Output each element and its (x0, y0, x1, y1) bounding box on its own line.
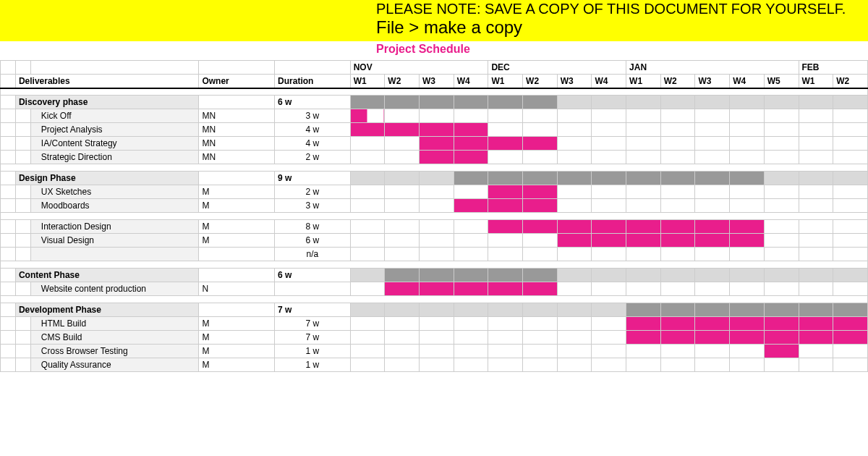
gantt-cell[interactable] (488, 185, 523, 199)
gantt-cell[interactable] (385, 123, 420, 137)
gantt-cell[interactable] (385, 248, 420, 261)
gantt-cell[interactable] (626, 151, 661, 164)
gantt-cell[interactable] (626, 345, 661, 358)
gantt-cell[interactable] (523, 358, 558, 372)
gantt-cell[interactable] (385, 96, 420, 109)
gantt-cell[interactable] (454, 317, 488, 331)
gantt-cell[interactable] (695, 137, 730, 151)
gantt-cell[interactable] (350, 248, 385, 261)
gantt-cell[interactable] (420, 151, 454, 164)
gantt-cell[interactable] (454, 269, 488, 282)
gantt-cell[interactable] (799, 123, 833, 137)
gantt-cell[interactable] (660, 137, 695, 151)
gantt-cell[interactable] (592, 248, 626, 261)
gantt-cell[interactable] (730, 220, 765, 234)
gantt-cell[interactable] (764, 248, 799, 261)
gantt-cell[interactable] (557, 96, 592, 109)
gantt-cell[interactable] (523, 345, 558, 358)
gantt-cell[interactable] (695, 345, 730, 358)
gantt-cell[interactable] (592, 151, 626, 164)
gantt-cell[interactable] (833, 137, 868, 151)
gantt-cell[interactable] (833, 345, 868, 358)
gantt-cell[interactable] (523, 151, 558, 164)
gantt-cell[interactable] (557, 220, 592, 234)
gantt-cell[interactable] (592, 109, 626, 123)
task-row[interactable]: Website content productionN (1, 282, 868, 296)
gantt-cell[interactable] (730, 345, 765, 358)
gantt-cell[interactable] (695, 123, 730, 137)
gantt-cell[interactable] (454, 151, 488, 164)
gantt-cell[interactable] (488, 234, 523, 248)
gantt-cell[interactable] (592, 96, 626, 109)
gantt-cell[interactable] (799, 331, 833, 345)
gantt-cell[interactable] (833, 234, 868, 248)
gantt-cell[interactable] (626, 123, 661, 137)
gantt-cell[interactable] (454, 137, 488, 151)
gantt-cell[interactable] (660, 199, 695, 213)
gantt-cell[interactable] (350, 345, 385, 358)
gantt-cell[interactable] (350, 358, 385, 372)
gantt-cell[interactable] (833, 331, 868, 345)
gantt-cell[interactable] (626, 303, 661, 317)
gantt-cell[interactable] (523, 199, 558, 213)
gantt-cell[interactable] (764, 358, 799, 372)
gantt-cell[interactable] (730, 123, 765, 137)
gantt-cell[interactable] (833, 172, 868, 185)
gantt-cell[interactable] (454, 303, 488, 317)
gantt-cell[interactable] (592, 303, 626, 317)
gantt-cell[interactable] (626, 137, 661, 151)
gantt-cell[interactable] (557, 358, 592, 372)
gantt-cell[interactable] (764, 185, 799, 199)
gantt-cell[interactable] (385, 137, 420, 151)
gantt-cell[interactable] (799, 234, 833, 248)
gantt-cell[interactable] (350, 123, 385, 137)
gantt-cell[interactable] (385, 172, 420, 185)
gantt-cell[interactable] (660, 96, 695, 109)
phase-row[interactable]: Development Phase7 w (1, 303, 868, 317)
gantt-cell[interactable] (420, 185, 454, 199)
gantt-cell[interactable] (420, 123, 454, 137)
gantt-cell[interactable] (488, 151, 523, 164)
gantt-cell[interactable] (799, 109, 833, 123)
gantt-cell[interactable] (592, 269, 626, 282)
gantt-cell[interactable] (764, 123, 799, 137)
gantt-cell[interactable] (454, 248, 488, 261)
gantt-cell[interactable] (695, 151, 730, 164)
gantt-cell[interactable] (385, 220, 420, 234)
gantt-cell[interactable] (385, 282, 420, 296)
gantt-cell[interactable] (695, 172, 730, 185)
gantt-cell[interactable] (523, 317, 558, 331)
gantt-cell[interactable] (488, 317, 523, 331)
gantt-cell[interactable] (833, 185, 868, 199)
gantt-cell[interactable] (764, 220, 799, 234)
gantt-cell[interactable] (454, 331, 488, 345)
gantt-cell[interactable] (626, 172, 661, 185)
task-row[interactable]: Strategic DirectionMN2 w (1, 151, 868, 164)
gantt-cell[interactable] (695, 269, 730, 282)
gantt-cell[interactable] (730, 331, 765, 345)
gantt-cell[interactable] (488, 269, 523, 282)
gantt-cell[interactable] (454, 358, 488, 372)
gantt-cell[interactable] (557, 282, 592, 296)
gantt-cell[interactable] (799, 303, 833, 317)
gantt-cell[interactable] (350, 331, 385, 345)
gantt-cell[interactable] (799, 172, 833, 185)
gantt-cell[interactable] (799, 151, 833, 164)
gantt-cell[interactable] (557, 303, 592, 317)
gantt-cell[interactable] (454, 234, 488, 248)
task-row[interactable]: HTML BuildM7 w (1, 317, 868, 331)
gantt-cell[interactable] (488, 358, 523, 372)
gantt-cell[interactable] (420, 317, 454, 331)
gantt-cell[interactable] (523, 269, 558, 282)
gantt-cell[interactable] (626, 199, 661, 213)
gantt-cell[interactable] (730, 282, 765, 296)
gantt-cell[interactable] (695, 234, 730, 248)
gantt-cell[interactable] (420, 220, 454, 234)
gantt-cell[interactable] (523, 137, 558, 151)
gantt-cell[interactable] (523, 172, 558, 185)
gantt-cell[interactable] (695, 185, 730, 199)
gantt-cell[interactable] (523, 220, 558, 234)
gantt-cell[interactable] (833, 317, 868, 331)
gantt-cell[interactable] (626, 220, 661, 234)
gantt-cell[interactable] (557, 185, 592, 199)
